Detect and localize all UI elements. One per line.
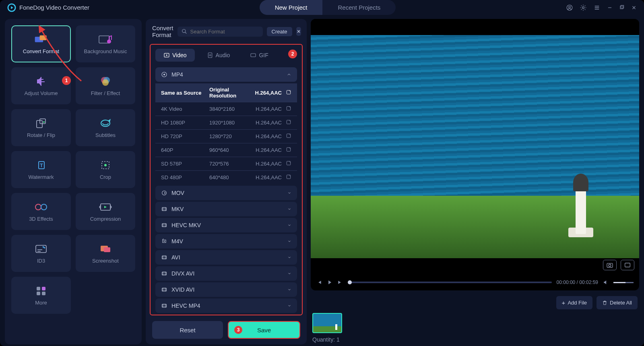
format-accordion-avi[interactable]: AVI	[155, 250, 297, 265]
tool-id3[interactable]: ID3	[11, 235, 71, 272]
chevron-down-icon	[287, 239, 291, 243]
fullscreen-button[interactable]	[621, 260, 634, 270]
preset-row[interactable]: SD 576P720*576H.264,AAC	[155, 157, 297, 170]
preset-resolution: 1920*1080	[209, 120, 246, 126]
play-button[interactable]	[327, 280, 332, 285]
tool-crop[interactable]: Crop	[76, 151, 135, 188]
tool-background-music[interactable]: Background Music	[76, 25, 135, 62]
edit-preset-icon[interactable]	[282, 89, 291, 96]
reset-button[interactable]: Reset	[152, 321, 223, 339]
format-accordion-hevc-mkv[interactable]: HEVC MKV	[155, 218, 297, 232]
edit-preset-icon[interactable]	[282, 147, 291, 153]
svg-rect-41	[287, 161, 290, 165]
preset-resolution: 640*480	[209, 174, 246, 180]
tool-label: Filter / Effect	[91, 90, 120, 96]
convert-format-panel: Convert Format Create 2 Video	[146, 19, 307, 344]
app-title: FoneDog Video Converter	[19, 4, 89, 11]
tab-recent-projects[interactable]: Recent Projects	[322, 0, 396, 15]
edit-preset-icon[interactable]	[282, 133, 291, 140]
next-button[interactable]	[337, 280, 343, 285]
gif-icon	[250, 52, 256, 58]
tool-label: More	[35, 300, 47, 306]
add-file-button[interactable]: +Add File	[556, 296, 592, 309]
tool-adjust-volume[interactable]: Adjust Volume	[11, 67, 71, 104]
svg-rect-27	[42, 287, 45, 290]
preset-row[interactable]: 640P960*640H.264,AAC	[155, 143, 297, 157]
app-logo: FoneDog Video Converter	[7, 3, 89, 12]
close-panel-button[interactable]	[296, 27, 301, 36]
tool-filter-effect[interactable]: Filter / Effect	[76, 67, 135, 104]
edit-preset-icon[interactable]	[282, 160, 291, 167]
tool-more[interactable]: More	[11, 277, 71, 314]
edit-preset-icon[interactable]	[282, 119, 291, 126]
maximize-icon[interactable]	[619, 5, 625, 10]
minimize-icon[interactable]	[607, 5, 613, 10]
tool-subtitles[interactable]: Subtitles	[76, 109, 135, 146]
format-label: MOV	[171, 190, 184, 196]
format-icon	[161, 286, 167, 293]
menu-icon[interactable]	[593, 4, 601, 11]
create-button[interactable]: Create	[267, 27, 292, 36]
svg-rect-33	[251, 54, 256, 57]
volume-slider[interactable]	[613, 282, 634, 283]
tool-3d-effects[interactable]: 3D Effects	[11, 193, 71, 230]
preset-list: Same as SourceOriginal ResolutionH.264,A…	[155, 83, 297, 184]
delete-all-button[interactable]: Delete All	[597, 296, 638, 309]
format-tab-gif[interactable]: GIF	[242, 49, 276, 62]
format-accordion-mov[interactable]: MOV	[155, 186, 297, 200]
tool-watermark[interactable]: T Watermark	[11, 151, 71, 188]
format-accordion-mp4[interactable]: MP4	[155, 67, 297, 82]
close-window-icon[interactable]	[631, 5, 637, 10]
svg-rect-5	[621, 5, 624, 8]
tool-screenshot[interactable]: Screenshot	[76, 235, 135, 272]
tool-label: Adjust Volume	[24, 90, 58, 96]
svg-text:T: T	[40, 163, 43, 168]
preset-row[interactable]: HD 720P1280*720H.264,AAC	[155, 129, 297, 143]
format-tab-audio[interactable]: Audio	[199, 49, 238, 62]
format-accordion-xvid-avi[interactable]: XVID AVI	[155, 282, 297, 297]
account-icon[interactable]	[566, 4, 573, 11]
format-icon	[161, 222, 167, 228]
format-accordion-divx-avi[interactable]: DIVX AVI	[155, 266, 297, 281]
rotate-flip-icon	[34, 118, 48, 129]
preset-row[interactable]: 4K Video3840*2160H.264,AAC	[155, 102, 297, 116]
edit-preset-icon[interactable]	[282, 174, 291, 181]
svg-rect-47	[162, 256, 167, 259]
tool-rotate-flip[interactable]: Rotate / Flip	[11, 109, 71, 146]
format-accordion-m4v[interactable]: M4V	[155, 234, 297, 249]
preset-codec: H.264,AAC	[246, 174, 282, 180]
svg-rect-37	[287, 106, 290, 110]
volume-button[interactable]	[603, 280, 609, 285]
tool-label: Convert Format	[23, 48, 59, 54]
format-icon	[161, 190, 167, 196]
format-accordion-mkv[interactable]: MKV	[155, 202, 297, 216]
preset-row[interactable]: Same as SourceOriginal ResolutionH.264,A…	[155, 83, 297, 102]
search-input[interactable]	[190, 28, 259, 35]
format-accordion-hevc-mp4[interactable]: HEVC MP4	[155, 298, 297, 313]
video-frame[interactable]	[311, 19, 639, 274]
prev-button[interactable]	[316, 280, 322, 285]
settings-icon[interactable]	[580, 4, 587, 11]
chevron-down-icon	[287, 288, 291, 292]
snapshot-button[interactable]	[603, 260, 617, 270]
tool-convert-format[interactable]: Convert Format	[11, 25, 71, 62]
format-icon	[161, 71, 167, 78]
save-button[interactable]: 3 Save	[228, 321, 300, 339]
svg-point-12	[102, 79, 109, 86]
video-preview: 00:00:00 / 00:02:59	[311, 19, 639, 290]
svg-rect-4	[620, 6, 623, 8]
svg-rect-25	[104, 247, 110, 252]
preview-overlay-controls	[603, 260, 634, 270]
format-tab-video[interactable]: Video	[155, 49, 195, 62]
search-format[interactable]	[178, 27, 263, 37]
edit-preset-icon[interactable]	[282, 106, 291, 112]
preset-row[interactable]: HD 1080P1920*1080H.264,AAC	[155, 116, 297, 129]
progress-bar[interactable]	[348, 282, 552, 283]
preset-codec: H.264,AAC	[246, 147, 282, 153]
tab-new-project[interactable]: New Project	[260, 0, 323, 15]
clip-thumbnail[interactable]	[312, 313, 342, 333]
preset-row[interactable]: SD 480P640*480H.264,AAC	[155, 170, 297, 184]
svg-rect-7	[40, 35, 47, 40]
preset-name: 640P	[161, 147, 209, 153]
tool-compression[interactable]: Compression	[76, 193, 135, 230]
